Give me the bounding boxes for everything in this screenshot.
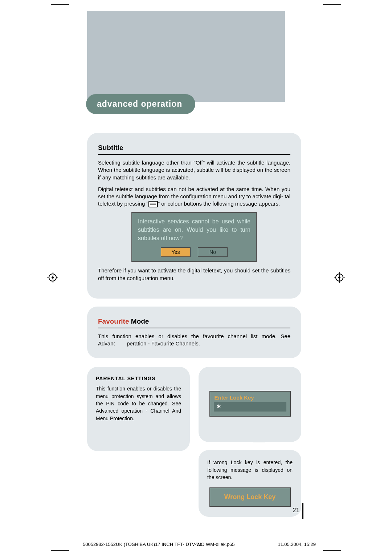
subtitle-heading: Subtitle [98,144,290,155]
footer-filename: 50052932-1552UK (TOSHIBA UK)17 INCH TFT-… [83,542,235,547]
subtitle-card: Subtitle Selecting subtitle language oth… [87,133,301,299]
crop-mark [51,550,69,555]
footer-timestamp: 11.05.2004, 15:29 [278,542,316,547]
parental-body: This function enables or disables the me… [96,385,181,422]
page: advanced operation Subtitle Selecting su… [0,0,392,555]
crop-mark [323,0,341,5]
dialog-no-button[interactable]: No [198,247,228,257]
registration-mark [334,272,345,283]
subtitle-p1: Selecting subtitle language other than "… [98,159,290,181]
subtitle-off-dialog: Interactive services cannot be used whil… [131,212,257,262]
connector [115,341,127,352]
lock-key-input[interactable]: ✱ [214,402,286,412]
subtitle-p3: Therefore if you want to activate the di… [98,267,290,282]
page-number: 21 [293,503,303,519]
section-tab-advanced: advanced operation [86,94,195,114]
parental-heading: PARENTAL SETTINGS [96,376,181,381]
connector [225,341,237,352]
wrong-key-body: If wrong Lock key is entered, the follow… [207,459,293,481]
wrong-lock-key-banner: Wrong Lock Key [209,487,291,507]
header-banner: advanced operation [87,11,301,114]
enter-key-card: Enter Lock Key ✱ [199,367,301,442]
crop-mark [323,550,341,555]
subtitle-p2: Digital teletext and subtitles can not b… [98,186,290,208]
crop-mark [51,0,69,5]
enter-key-header: Enter Lock Key [210,392,290,402]
parental-card: PARENTAL SETTINGS This function enables … [87,367,190,451]
wrong-key-card: If wrong Lock key is entered, the follow… [199,450,301,517]
enter-lock-key-dialog: Enter Lock Key ✱ [209,391,291,417]
masked-char-icon: ✱ [217,404,221,409]
print-footer: 50052932-1552UK (TOSHIBA UK)17 INCH TFT-… [83,541,316,547]
registration-mark [47,272,58,283]
favourite-heading: Favourite Mode [98,317,290,328]
dialog-yes-button[interactable]: Yes [161,247,191,257]
teletext-icon [148,201,158,207]
connector [115,283,127,293]
connector [253,433,265,442]
dialog-text: Interactive services cannot be used whil… [138,217,250,243]
footer-page: 21 [197,542,202,547]
